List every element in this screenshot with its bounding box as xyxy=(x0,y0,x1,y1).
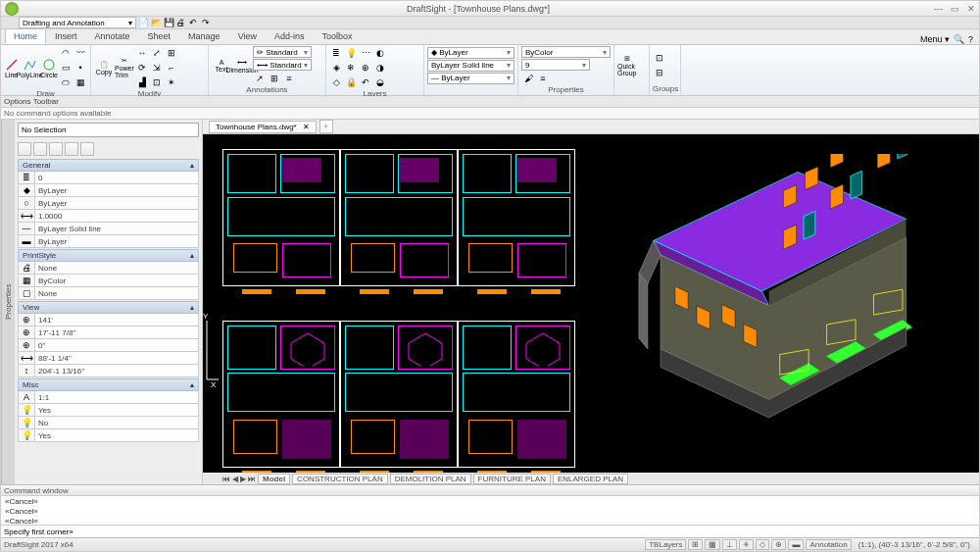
properties-panel-tab[interactable]: Properties xyxy=(1,120,15,484)
prop-v3[interactable]: 0" xyxy=(35,339,199,352)
menu-dropdown[interactable]: Menu ▾ xyxy=(920,34,950,44)
propbtn-3[interactable] xyxy=(49,142,63,156)
color-combo[interactable]: ByColor▾ xyxy=(521,46,611,58)
tab-insert[interactable]: Insert xyxy=(46,28,86,44)
sheet-construction[interactable]: CONSTRUCTION PLAN xyxy=(292,474,388,484)
selection-combo[interactable]: No Selection xyxy=(18,123,199,137)
scale-icon[interactable]: ⤢ xyxy=(150,46,164,60)
sheet-nav-prev[interactable]: ◀ xyxy=(232,475,238,483)
tab-toolbox[interactable]: Toolbox xyxy=(314,28,362,44)
point-icon[interactable]: • xyxy=(74,61,87,75)
undo-icon[interactable]: ↶ xyxy=(189,18,200,28)
lay4-icon[interactable]: ◐ xyxy=(373,46,387,60)
command-history[interactable]: «Cancel» «Cancel» «Cancel» ZOOMWINDOW xyxy=(1,496,979,525)
tab-annotate[interactable]: Annotate xyxy=(86,28,139,44)
add-tab-button[interactable]: + xyxy=(319,120,333,133)
layerstate-icon[interactable]: ◈ xyxy=(329,61,343,75)
spline-icon[interactable]: 〰 xyxy=(74,46,87,60)
layeriso-icon[interactable]: ◇ xyxy=(329,75,343,89)
file-tab-active[interactable]: Townhouse Plans.dwg*✕ xyxy=(209,121,317,133)
hatch-icon[interactable]: ▦ xyxy=(74,75,87,89)
open-icon[interactable]: 📂 xyxy=(151,18,162,28)
layprev-icon[interactable]: ↶ xyxy=(359,75,372,89)
prop-ps2[interactable]: ByColor xyxy=(35,275,199,287)
sheet-enlarged[interactable]: ENLARGED PLAN xyxy=(553,474,628,484)
fillet-icon[interactable]: ⌐ xyxy=(165,61,178,75)
command-input[interactable]: Specify first corner» xyxy=(1,525,979,537)
textstyle-combo[interactable]: ✏ Standard▾ xyxy=(253,46,312,58)
prop-v1[interactable]: 141' xyxy=(35,314,199,326)
layerlock-icon[interactable]: 🔒 xyxy=(344,75,358,89)
ellipse-icon[interactable]: ⬭ xyxy=(59,75,73,89)
group-icon[interactable]: ⊡ xyxy=(653,51,666,65)
minimize-button[interactable]: — xyxy=(934,4,943,14)
status-ortho[interactable]: ⊥ xyxy=(722,539,737,550)
propbtn-4[interactable] xyxy=(65,142,78,156)
rect-icon[interactable]: ▭ xyxy=(59,61,73,75)
prop-ltype[interactable]: ByLayer Solid line xyxy=(35,223,199,235)
help-icon[interactable]: ? xyxy=(968,34,973,44)
section-general[interactable]: General▴ xyxy=(18,159,199,172)
sheet-demolition[interactable]: DEMOLITION PLAN xyxy=(390,474,471,484)
status-etrack[interactable]: ⊕ xyxy=(771,539,786,550)
dimstyle-combo[interactable]: ⟷ Standard▾ xyxy=(253,59,312,71)
maximize-button[interactable]: ▭ xyxy=(951,4,959,14)
laymore-icon[interactable]: ⋯ xyxy=(359,46,372,60)
status-grid[interactable]: ▦ xyxy=(705,539,720,550)
close-tab-icon[interactable]: ✕ xyxy=(303,123,310,131)
status-annotation[interactable]: Annotation xyxy=(806,539,851,550)
array-icon[interactable]: ⊞ xyxy=(165,46,178,60)
search-icon[interactable]: 🔍 xyxy=(954,34,964,44)
section-view[interactable]: View▴ xyxy=(18,301,199,314)
layerfreeze-icon[interactable]: ❄ xyxy=(344,61,358,75)
prop-color2[interactable]: ByLayer xyxy=(35,197,199,210)
table-icon[interactable]: ⊞ xyxy=(268,72,281,85)
tab-view[interactable]: View xyxy=(229,28,266,44)
lay5-icon[interactable]: ◑ xyxy=(373,61,387,75)
rotate-icon[interactable]: ⟳ xyxy=(135,61,149,75)
matchprops-icon[interactable]: 🖌 xyxy=(521,72,535,85)
mirror-icon[interactable]: ▟ xyxy=(135,75,149,89)
sheet-furniture[interactable]: FURNITURE PLAN xyxy=(473,474,551,484)
dimension-tool[interactable]: ⟷Dimension xyxy=(232,51,252,80)
status-polar[interactable]: ✳ xyxy=(739,539,754,550)
close-button[interactable]: ✕ xyxy=(967,4,975,14)
tab-addins[interactable]: Add-ins xyxy=(266,28,314,44)
stretch-icon[interactable]: ⇲ xyxy=(150,61,164,75)
save-icon[interactable]: 💾 xyxy=(164,18,174,28)
quickgroup-tool[interactable]: ⊞Quick Group xyxy=(617,51,637,80)
prop-m4[interactable]: Yes xyxy=(35,429,199,442)
prop-v4[interactable]: 88'-1 1/4" xyxy=(35,352,199,365)
layer-combo1[interactable]: ◆ ByLayer▾ xyxy=(427,47,514,59)
layer-combo2[interactable]: ByLayer Solid line▾ xyxy=(427,60,514,72)
status-lwt[interactable]: ▬ xyxy=(788,539,804,550)
list-icon[interactable]: ≡ xyxy=(536,72,550,85)
offset-icon[interactable]: ⊡ xyxy=(150,75,164,89)
prop-scale[interactable]: 1.0000 xyxy=(35,210,199,223)
prop-lweight[interactable]: ByLayer xyxy=(35,235,199,248)
field-icon[interactable]: ≡ xyxy=(282,72,296,85)
redo-icon[interactable]: ↷ xyxy=(202,18,213,28)
prop-ps1[interactable]: None xyxy=(35,262,199,275)
workspace-dropdown[interactable]: Drafting and Annotation▾ xyxy=(19,17,136,28)
sheet-nav-next[interactable]: ▶ xyxy=(240,475,246,483)
status-snap[interactable]: ⊞ xyxy=(688,539,703,550)
polyline-tool[interactable]: PolyLine xyxy=(20,53,39,82)
tab-sheet[interactable]: Sheet xyxy=(139,28,180,44)
status-layers[interactable]: TBLayers xyxy=(645,539,686,550)
arc-icon[interactable]: ◠ xyxy=(59,46,73,60)
status-esnap[interactable]: ◇ xyxy=(756,539,769,550)
leader-icon[interactable]: ↗ xyxy=(253,72,267,85)
new-icon[interactable]: 📄 xyxy=(138,18,149,28)
layeron-icon[interactable]: 💡 xyxy=(344,46,358,60)
section-misc[interactable]: Misc▴ xyxy=(18,378,199,391)
prop-m3[interactable]: No xyxy=(35,417,199,429)
layer-icon[interactable]: ≣ xyxy=(329,46,343,60)
prop-v5[interactable]: 204'-1 13/16" xyxy=(35,365,199,377)
tab-home[interactable]: Home xyxy=(5,28,46,44)
sheet-nav-last[interactable]: ⏭ xyxy=(248,475,256,483)
layer-combo3[interactable]: — ByLayer▾ xyxy=(427,73,514,84)
sheet-nav-first[interactable]: ⏮ xyxy=(222,475,230,483)
propbtn-2[interactable] xyxy=(33,142,47,156)
prop-ps3[interactable]: None xyxy=(35,287,199,300)
